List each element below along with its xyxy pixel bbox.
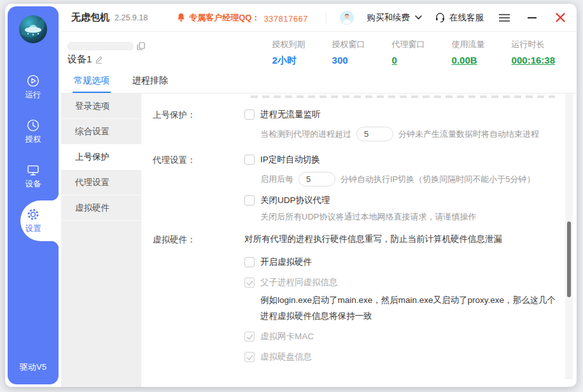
settings-content: 登录选项 综合设置 上号保护 代理设置 虚拟硬件 上号保护： 进程无流量监听 bbox=[61, 94, 577, 387]
sidebar-item-run[interactable]: 运行 bbox=[8, 65, 59, 109]
close-icon bbox=[555, 12, 566, 23]
subnav-item-virtual-hardware[interactable]: 虚拟硬件 bbox=[61, 195, 141, 221]
section-virtual-hardware: 虚拟硬件： 对所有代理的进程执行硬件信息重写，防止当前计算机硬件信息泄漏 bbox=[153, 234, 560, 246]
vhw-family-checkbox[interactable] bbox=[244, 277, 255, 288]
stat-expire: 授权到期 2小时 bbox=[272, 39, 312, 67]
app-window: 运行 授权 设备 设置 bbox=[5, 4, 577, 387]
stat-expire-value: 2小时 bbox=[272, 55, 312, 67]
vhw-mac-checkbox[interactable] bbox=[244, 332, 255, 342]
main-area: 无虑包机 2.25.9.18 专属客户经理QQ： 337817667 bbox=[61, 4, 577, 387]
device-name: 设备1 bbox=[67, 53, 92, 66]
minimize-button[interactable] bbox=[524, 10, 540, 25]
minimize-icon bbox=[527, 17, 537, 19]
monitor-checkbox[interactable] bbox=[244, 109, 255, 120]
buy-renew-menu[interactable]: 购买和续费 bbox=[367, 12, 423, 24]
tab-general-options[interactable]: 常规选项 bbox=[74, 74, 109, 93]
udp-checkbox-label: 关闭UDP协议代理 bbox=[260, 195, 330, 206]
divider bbox=[326, 12, 327, 24]
stat-traffic: 使用流量 0.00B bbox=[452, 39, 491, 67]
tab-bar: 常规选项 进程排除 bbox=[61, 74, 577, 94]
monitor-checkbox-row: 进程无流量监听 bbox=[244, 109, 560, 120]
vhw-family-checkbox-row: 父子进程同虚拟信息 bbox=[244, 277, 560, 288]
edit-pencil-icon[interactable] bbox=[95, 55, 103, 64]
ip-switch-checkbox-label: IP定时自动切换 bbox=[260, 154, 320, 165]
sidebar-item-label: 设备 bbox=[25, 179, 41, 190]
scrollbar-track[interactable] bbox=[565, 94, 573, 379]
scrollbar-thumb[interactable] bbox=[567, 221, 571, 297]
ip-switch-minutes-input[interactable] bbox=[299, 172, 335, 186]
section-label: 代理设置： bbox=[153, 154, 244, 166]
stat-traffic-value[interactable]: 0.00B bbox=[452, 55, 491, 66]
stat-proxy-windows-value[interactable]: 0 bbox=[392, 55, 432, 66]
online-support-button[interactable]: 在线客服 bbox=[435, 12, 484, 24]
subnav-item-general-settings[interactable]: 综合设置 bbox=[61, 119, 141, 144]
driver-version-label[interactable]: 驱动V5 bbox=[8, 361, 59, 373]
device-identity: 设备1 bbox=[67, 41, 145, 66]
sidebar-nav: 运行 授权 设备 设置 bbox=[8, 65, 59, 243]
stat-windows: 授权窗口 300 bbox=[332, 39, 372, 67]
sidebar-item-settings[interactable]: 设置 bbox=[8, 199, 59, 243]
vhw-intro: 对所有代理的进程执行硬件信息重写，防止当前计算机硬件信息泄漏 bbox=[244, 234, 560, 245]
gear-icon bbox=[26, 207, 40, 221]
sidebar-item-label: 设置 bbox=[25, 223, 41, 234]
ip-switch-description: 启用后每 分钟自动执行IP切换（切换间隔时间不能小于5分钟） bbox=[244, 172, 560, 186]
vhw-family-description: 例如login.exe启动了main.exe，然后main.exe又启动了pro… bbox=[244, 292, 560, 324]
vhw-disk-checkbox[interactable] bbox=[244, 352, 255, 362]
sidebar-item-device[interactable]: 设备 bbox=[8, 154, 59, 199]
monitor-minutes-input[interactable] bbox=[356, 127, 393, 141]
tab-process-exclude[interactable]: 进程排除 bbox=[132, 74, 168, 93]
menu-button[interactable] bbox=[496, 10, 512, 25]
hamburger-icon bbox=[498, 13, 510, 22]
stat-uptime: 运行时长 000:16:38 bbox=[512, 39, 555, 67]
monitor-icon bbox=[26, 163, 40, 177]
headset-icon bbox=[435, 12, 446, 23]
subnav-item-account-protection[interactable]: 上号保护 bbox=[61, 144, 141, 170]
avatar[interactable] bbox=[339, 10, 355, 25]
bell-icon bbox=[177, 13, 185, 22]
app-title: 无虑包机 bbox=[71, 11, 109, 24]
vhw-mac-checkbox-label: 虚拟网卡MAC bbox=[260, 331, 314, 342]
settings-subnav: 登录选项 综合设置 上号保护 代理设置 虚拟硬件 bbox=[61, 94, 141, 387]
sidebar-item-label: 授权 bbox=[25, 134, 41, 145]
sidebar-item-label: 运行 bbox=[25, 90, 41, 101]
stat-windows-value: 300 bbox=[332, 55, 372, 66]
udp-description: 关闭后所有UDP协议将通过本地网络直接请求，请谨慎操作 bbox=[244, 211, 560, 223]
play-icon bbox=[26, 74, 40, 88]
ip-switch-checkbox-row: IP定时自动切换 bbox=[244, 154, 560, 165]
subnav-item-proxy-settings[interactable]: 代理设置 bbox=[61, 170, 141, 195]
app-version: 2.25.9.18 bbox=[115, 13, 148, 22]
sidebar: 运行 授权 设备 设置 bbox=[8, 6, 59, 384]
manager-qq: 专属客户经理QQ： 337817667 bbox=[177, 12, 308, 24]
vhw-enable-checkbox-label: 开启虚拟硬件 bbox=[260, 256, 312, 268]
online-support-label: 在线客服 bbox=[449, 12, 484, 24]
close-button[interactable] bbox=[552, 10, 568, 25]
vhw-enable-checkbox[interactable] bbox=[244, 257, 255, 267]
sidebar-item-license[interactable]: 授权 bbox=[8, 109, 59, 154]
app-logo-icon bbox=[18, 15, 48, 44]
vhw-family-checkbox-label: 父子进程同虚拟信息 bbox=[260, 277, 338, 288]
section-label: 虚拟硬件： bbox=[153, 234, 244, 246]
udp-checkbox-row: 关闭UDP协议代理 bbox=[244, 195, 560, 206]
chevron-down-icon bbox=[415, 15, 422, 20]
title-bar: 无虑包机 2.25.9.18 专属客户经理QQ： 337817667 bbox=[61, 4, 577, 32]
device-id-masked bbox=[67, 42, 134, 50]
buy-renew-label: 购买和续费 bbox=[367, 12, 411, 24]
vhw-disk-checkbox-label: 虚拟硬盘信息 bbox=[260, 351, 312, 363]
stat-uptime-value[interactable]: 000:16:38 bbox=[512, 55, 555, 66]
section-account-protection: 上号保护： 进程无流量监听 bbox=[153, 109, 560, 121]
subnav-item-login-options[interactable]: 登录选项 bbox=[61, 94, 141, 119]
clipped-scrolled-text bbox=[251, 95, 555, 98]
settings-panel: 上号保护： 进程无流量监听 当检测到代理的进程超过 分钟未产生流量数据时将自动结… bbox=[141, 94, 577, 387]
ip-switch-checkbox[interactable] bbox=[244, 155, 255, 165]
udp-checkbox[interactable] bbox=[244, 195, 255, 206]
monitor-checkbox-label: 进程无流量监听 bbox=[260, 109, 321, 120]
vhw-enable-checkbox-row: 开启虚拟硬件 bbox=[244, 256, 560, 268]
clock-icon bbox=[26, 118, 40, 132]
qq-number: 337817667 bbox=[263, 12, 308, 24]
monitor-description: 当检测到代理的进程超过 分钟未产生流量数据时将自动结束进程 bbox=[244, 127, 560, 141]
vhw-mac-checkbox-row: 虚拟网卡MAC bbox=[244, 331, 560, 342]
stat-proxy-windows: 代理窗口 0 bbox=[392, 39, 432, 67]
device-stats: 授权到期 2小时 授权窗口 300 代理窗口 0 使用流量 0.00B 运行时长 bbox=[272, 39, 555, 67]
copy-icon[interactable] bbox=[137, 42, 145, 50]
titlebar-actions: 购买和续费 在线客服 bbox=[326, 10, 568, 25]
